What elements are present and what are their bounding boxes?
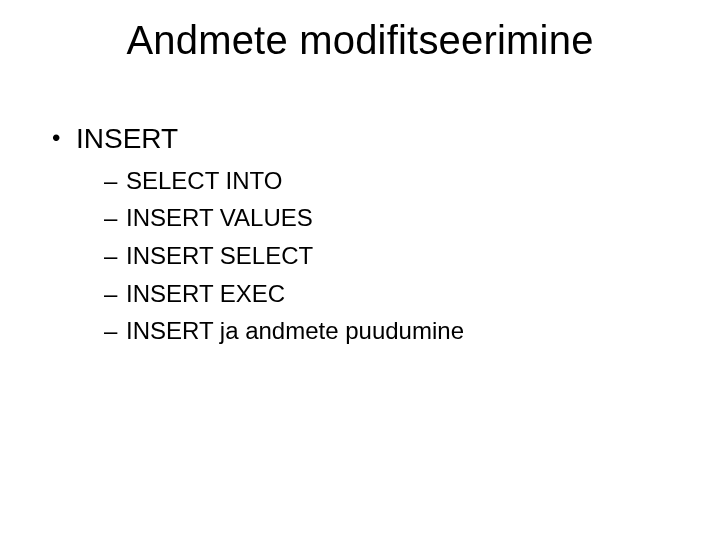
list-item-label: SELECT INTO: [126, 167, 283, 194]
list-item-label: INSERT: [76, 123, 178, 154]
list-item: INSERT ja andmete puudumine: [104, 314, 672, 348]
bullet-list-level2: SELECT INTO INSERT VALUES INSERT SELECT …: [76, 164, 672, 348]
list-item-label: INSERT ja andmete puudumine: [126, 317, 464, 344]
list-item-label: INSERT VALUES: [126, 204, 313, 231]
list-item: INSERT VALUES: [104, 201, 672, 235]
list-item: INSERT EXEC: [104, 277, 672, 311]
slide-content: INSERT SELECT INTO INSERT VALUES INSERT …: [48, 120, 672, 354]
list-item: INSERT SELECT INTO INSERT VALUES INSERT …: [48, 120, 672, 348]
slide-title: Andmete modifitseerimine: [0, 18, 720, 63]
slide: Andmete modifitseerimine INSERT SELECT I…: [0, 0, 720, 540]
list-item: SELECT INTO: [104, 164, 672, 198]
bullet-list-level1: INSERT SELECT INTO INSERT VALUES INSERT …: [48, 120, 672, 348]
list-item-label: INSERT SELECT: [126, 242, 313, 269]
list-item-label: INSERT EXEC: [126, 280, 285, 307]
list-item: INSERT SELECT: [104, 239, 672, 273]
